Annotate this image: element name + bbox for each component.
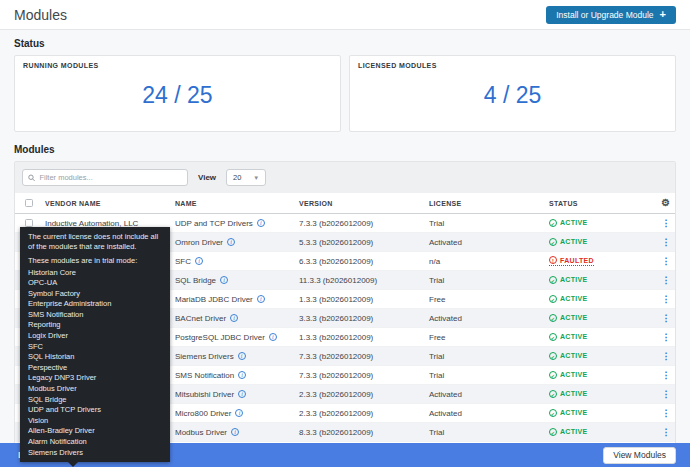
col-vendor-name[interactable]: VENDOR NAME [43,200,173,207]
version-cell: 8.3.3 (b2026012009) [297,428,427,437]
tooltip-module-item: Logix Driver [28,331,162,342]
module-name-cell: Siemens Drivers [175,352,234,361]
license-incomplete-tooltip: The current license does not include all… [20,227,170,462]
info-icon[interactable]: i [220,276,228,284]
licensed-modules-card: LICENSED MODULES 4 / 25 [349,55,676,132]
tooltip-module-item: Historian Core [28,268,162,279]
row-menu-kebab-icon[interactable]: ⋮ [662,428,671,437]
status-badge: ✓ACTIVE [549,390,587,398]
tooltip-module-item: Perspective [28,363,162,374]
tooltip-module-item: Enterprise Administration [28,299,162,310]
row-menu-kebab-icon[interactable]: ⋮ [662,257,671,266]
status-cards: RUNNING MODULES 24 / 25 LICENSED MODULES… [14,55,676,132]
search-icon [28,174,35,182]
tooltip-module-item: SQL Bridge [28,395,162,406]
install-button-label: Install or Upgrade Module [556,10,653,20]
row-menu-kebab-icon[interactable]: ⋮ [662,352,671,361]
table-header-row: VENDOR NAME NAME VERSION LICENSE STATUS … [15,193,675,214]
row-menu-kebab-icon[interactable]: ⋮ [662,314,671,323]
status-badge: ✓ACTIVE [549,238,587,246]
tooltip-module-item: Modbus Driver [28,384,162,395]
tooltip-intro: The current license does not include all… [28,232,162,252]
view-modules-button[interactable]: View Modules [603,447,676,464]
info-icon[interactable]: i [238,390,246,398]
module-name-cell: MariaDB JDBC Driver [175,295,253,304]
version-cell: 11.3.3 (b2026012009) [297,276,427,285]
row-menu-kebab-icon[interactable]: ⋮ [662,295,671,304]
status-badge: ✓ACTIVE [549,428,587,436]
view-label: View [198,173,216,182]
status-icon: ✓ [549,314,557,322]
info-icon[interactable]: i [269,333,277,341]
info-icon[interactable]: i [238,352,246,360]
info-icon[interactable]: i [195,257,203,265]
module-name-cell: SQL Bridge [175,276,216,285]
status-badge: ✓ACTIVE [549,276,587,284]
version-cell: 7.3.3 (b2026012009) [297,352,427,361]
status-icon: ✓ [549,409,557,417]
tooltip-subtitle: These modules are in trial mode: [28,256,162,265]
row-menu-kebab-icon[interactable]: ⋮ [662,276,671,285]
status-badge: ✓ACTIVE [549,333,587,341]
info-icon[interactable]: i [257,295,265,303]
tooltip-module-item: Vision [28,416,162,427]
info-icon[interactable]: i [231,428,239,436]
license-cell: Free [427,295,547,304]
running-modules-label: RUNNING MODULES [23,62,332,69]
module-name-cell: Modbus Driver [175,428,227,437]
license-cell: Activated [427,238,547,247]
app-header: Modules Install or Upgrade Module + [0,0,690,30]
license-cell: n/a [427,257,547,266]
select-all-checkbox[interactable] [25,199,33,207]
module-name-cell: BACnet Driver [175,314,226,323]
col-version[interactable]: VERSION [297,200,427,207]
tooltip-module-list: Historian CoreOPC-UASymbol FactoryEnterp… [28,268,162,459]
table-settings-gear-icon[interactable]: ⚙ [661,198,670,208]
version-cell: 2.3.3 (b2026012009) [297,390,427,399]
col-license[interactable]: LICENSE [427,200,547,207]
modules-section-title: Modules [14,144,676,155]
row-menu-kebab-icon[interactable]: ⋮ [662,371,671,380]
tooltip-module-item: SQL Historian [28,352,162,363]
info-icon[interactable]: i [230,314,238,322]
status-icon: ✓ [549,428,557,436]
status-badge: ✓ACTIVE [549,314,587,322]
info-icon[interactable]: i [235,409,243,417]
tooltip-module-item: Reporting [28,320,162,331]
info-icon[interactable]: i [257,219,265,227]
license-cell: Activated [427,390,547,399]
status-badge: ✓ACTIVE [549,295,587,303]
version-cell: 1.3.3 (b2026012009) [297,295,427,304]
module-name-cell: Mitsubishi Driver [175,390,234,399]
row-menu-kebab-icon[interactable]: ⋮ [662,333,671,342]
row-menu-kebab-icon[interactable]: ⋮ [662,409,671,418]
version-cell: 7.3.3 (b2026012009) [297,371,427,380]
status-icon: ✓ [549,371,557,379]
version-cell: 2.3.3 (b2026012009) [297,409,427,418]
filter-modules-searchbox[interactable] [22,169,188,186]
licensed-modules-value: 4 / 25 [350,82,675,109]
col-name[interactable]: NAME [173,200,297,207]
col-status[interactable]: STATUS [547,200,657,207]
status-icon: ✓ [549,352,557,360]
license-cell: Trial [427,219,547,228]
row-checkbox[interactable] [25,219,33,227]
tooltip-module-item: Legacy DNP3 Driver [28,373,162,384]
tooltip-module-item: UDP and TCP Drivers [28,405,162,416]
status-badge: ✓ACTIVE [549,371,587,379]
info-icon[interactable]: i [227,238,235,246]
license-cell: Free [427,333,547,342]
filter-modules-input[interactable] [39,173,182,182]
page-title: Modules [14,7,67,23]
license-cell: Trial [427,352,547,361]
install-or-upgrade-module-button[interactable]: Install or Upgrade Module + [546,6,676,24]
tooltip-module-item: Alarm Notification [28,437,162,448]
info-icon[interactable]: i [238,371,246,379]
status-icon: ✓ [549,238,557,246]
page-size-select[interactable]: 20 ▼ [226,169,266,186]
version-cell: 1.3.3 (b2026012009) [297,333,427,342]
row-menu-kebab-icon[interactable]: ⋮ [662,219,671,228]
row-menu-kebab-icon[interactable]: ⋮ [662,390,671,399]
tooltip-module-item: Symbol Factory [28,289,162,300]
row-menu-kebab-icon[interactable]: ⋮ [662,238,671,247]
